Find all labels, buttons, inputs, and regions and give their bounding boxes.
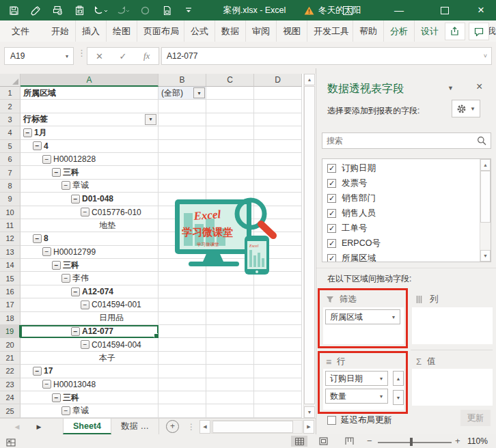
collapse-icon[interactable]: − — [71, 195, 80, 204]
field-checkbox[interactable]: ✓ — [327, 164, 336, 173]
collapse-icon[interactable]: − — [61, 274, 70, 283]
rows-field-chip[interactable]: 数量▾ — [325, 389, 388, 404]
pane-close-icon[interactable]: × — [476, 81, 482, 93]
collapse-icon[interactable]: − — [81, 208, 89, 216]
cell-D21[interactable] — [254, 352, 302, 365]
cell-B16[interactable] — [159, 285, 206, 298]
collapse-icon[interactable]: − — [71, 288, 80, 296]
cell-A23[interactable]: −H00013048 — [20, 378, 159, 391]
cell-D14[interactable] — [254, 259, 302, 272]
field-item[interactable]: ✓销售人员 — [322, 206, 480, 221]
field-item[interactable]: ✓ERPCO号 — [322, 236, 480, 251]
cell-C19[interactable] — [206, 325, 254, 338]
cell-D11[interactable] — [254, 219, 302, 232]
ribbon-tab-insert[interactable]: 插入 — [75, 20, 106, 42]
cell-D1[interactable] — [254, 87, 302, 100]
scroll-down-icon[interactable]: ▼ — [304, 406, 315, 418]
print-preview-icon[interactable] — [156, 0, 178, 20]
touch-mode-icon[interactable] — [134, 0, 156, 20]
cell-C20[interactable] — [206, 338, 254, 351]
cell-C7[interactable] — [206, 166, 254, 179]
field-checkbox[interactable]: ✓ — [327, 224, 336, 233]
rows-field-chip[interactable]: 订购日期▾ — [325, 371, 388, 386]
cell-C12[interactable] — [206, 232, 254, 245]
format-painter-icon[interactable] — [25, 0, 46, 20]
ribbon-tab-pagelayout[interactable]: 页面布局 — [137, 20, 184, 42]
confirm-entry-icon[interactable]: ✓ — [111, 51, 135, 61]
collapse-icon[interactable]: − — [42, 155, 51, 164]
row-header-21[interactable]: 21 — [0, 352, 20, 365]
cell-A1[interactable]: 所属区域 — [20, 87, 159, 100]
name-box-dropdown-icon[interactable]: ▾ — [61, 53, 73, 59]
cell-B12[interactable] — [159, 232, 206, 245]
cell-D18[interactable] — [254, 312, 302, 325]
cell-A6[interactable]: −H00012828 — [20, 153, 159, 166]
cell-A7[interactable]: −三科 — [20, 166, 159, 179]
cell-D4[interactable] — [254, 126, 302, 139]
ribbon-tab-data[interactable]: 数据 — [215, 20, 245, 42]
row-header-17[interactable]: 17 — [0, 298, 20, 311]
filters-field-chip[interactable]: 所属区域▾ — [325, 309, 400, 324]
cell-A9[interactable]: −D01-048 — [20, 193, 159, 206]
cell-D13[interactable] — [254, 246, 302, 259]
row-header-7[interactable]: 7 — [0, 166, 20, 179]
save-icon[interactable] — [3, 0, 25, 20]
cell-B22[interactable] — [159, 365, 206, 378]
cell-B23[interactable] — [159, 378, 206, 391]
update-button[interactable]: 更新 — [460, 410, 491, 426]
cell-A10[interactable]: −C015776-010 — [20, 206, 159, 219]
cell-A25[interactable]: −章诚 — [20, 404, 159, 417]
cell-B2[interactable] — [159, 100, 206, 113]
zoom-level[interactable]: 110% — [467, 436, 488, 446]
cell-C3[interactable] — [206, 113, 254, 126]
collapse-icon[interactable]: − — [71, 327, 80, 336]
scroll-up-icon[interactable]: ▲ — [480, 159, 491, 171]
collapse-icon[interactable]: − — [81, 300, 89, 309]
cell-A5[interactable]: −4 — [20, 140, 159, 153]
row-header-20[interactable]: 20 — [0, 338, 20, 351]
page-break-preview-icon[interactable] — [341, 436, 357, 447]
expand-formula-bar-icon[interactable]: ˅ — [484, 53, 491, 59]
row-header-4[interactable]: 4 — [0, 126, 20, 139]
rows-scroll-down-icon[interactable]: ▼ — [393, 390, 404, 405]
cell-D9[interactable] — [254, 193, 302, 206]
minimize-icon[interactable]: — — [386, 0, 412, 20]
row-header-25[interactable]: 25 — [0, 404, 20, 417]
cell-A16[interactable]: −A12-074 — [20, 285, 159, 298]
cell-B5[interactable] — [159, 140, 206, 153]
vertical-scrollbar[interactable]: ▲ ▼ — [303, 74, 315, 418]
cell-B9[interactable] — [159, 193, 206, 206]
cell-B7[interactable] — [159, 166, 206, 179]
cell-A17[interactable]: −C014594-001 — [20, 298, 159, 311]
defer-layout-checkbox[interactable] — [327, 416, 336, 425]
row-labels-filter-icon[interactable]: ▾ — [145, 114, 156, 125]
ribbon-tab-formulas[interactable]: 公式 — [184, 20, 215, 42]
row-header-3[interactable]: 3 — [0, 113, 20, 126]
scroll-down-icon[interactable]: ▼ — [480, 250, 491, 262]
row-header-1[interactable]: 1 — [0, 87, 20, 100]
field-item[interactable]: ✓工单号 — [322, 221, 480, 236]
cell-C9[interactable] — [206, 193, 254, 206]
cell-A21[interactable]: 本子 — [20, 352, 159, 365]
cell-B6[interactable] — [159, 153, 206, 166]
cell-A2[interactable] — [20, 100, 159, 113]
field-checkbox[interactable]: ✓ — [327, 254, 336, 263]
cell-C10[interactable] — [206, 206, 254, 219]
cell-D17[interactable] — [254, 298, 302, 311]
undo-icon[interactable] — [90, 0, 112, 20]
cell-A15[interactable]: −李伟 — [20, 272, 159, 285]
formula-input[interactable]: A12-077 ˅ — [161, 47, 492, 65]
zoom-in-icon[interactable]: + — [455, 436, 460, 446]
collapse-icon[interactable]: − — [81, 340, 89, 349]
page-layout-view-icon[interactable] — [315, 436, 331, 447]
cell-A24[interactable]: −三科 — [20, 391, 159, 404]
row-header-16[interactable]: 16 — [0, 285, 20, 298]
rows-drop-zone[interactable]: 订购日期▾数量▾ — [323, 369, 404, 410]
cell-A14[interactable]: −三科 — [20, 259, 159, 272]
cell-D16[interactable] — [254, 285, 302, 298]
cell-C22[interactable] — [206, 365, 254, 378]
zoom-out-icon[interactable]: − — [367, 436, 372, 446]
cell-C4[interactable] — [206, 126, 254, 139]
chip-dropdown-icon[interactable]: ▾ — [387, 314, 400, 320]
close-icon[interactable]: × — [467, 0, 495, 20]
